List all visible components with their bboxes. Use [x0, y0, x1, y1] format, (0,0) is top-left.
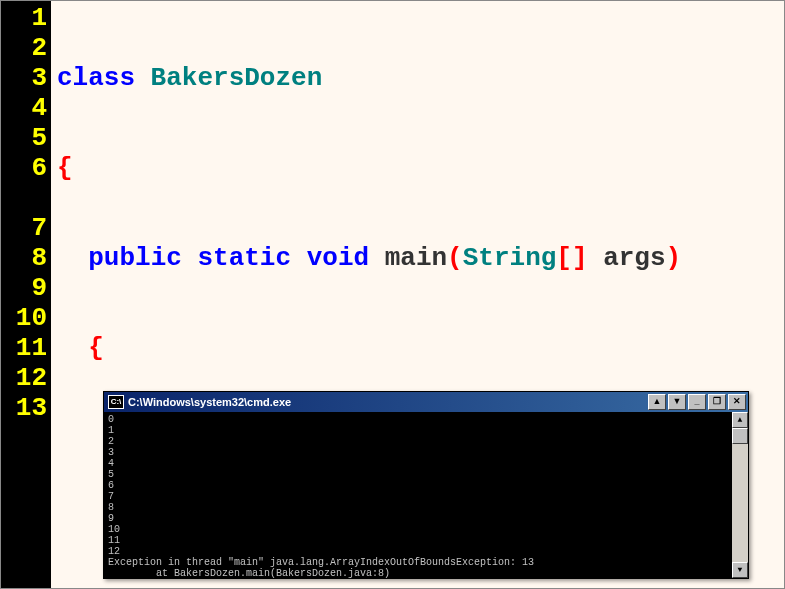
scroll-track[interactable]	[732, 444, 748, 562]
scroll-down-button[interactable]: ▼	[668, 394, 686, 410]
window-title: C:\Windows\system32\cmd.exe	[128, 396, 648, 408]
scroll-up-arrow[interactable]: ▲	[732, 412, 748, 428]
code-editor: 1 2 3 4 5 6 7 8 9 10 11 12 13 class Bake…	[0, 0, 785, 589]
code-line: {	[57, 153, 784, 183]
line-number: 11	[5, 333, 47, 363]
code-line: {	[57, 333, 784, 363]
cmd-icon: C:\	[108, 395, 124, 409]
line-number: 7	[5, 213, 47, 243]
vertical-scrollbar[interactable]: ▲ ▼	[732, 412, 748, 578]
minimize-button[interactable]: _	[688, 394, 706, 410]
line-number: 4	[5, 93, 47, 123]
line-number: 9	[5, 273, 47, 303]
scroll-up-button[interactable]: ▲	[648, 394, 666, 410]
window-buttons: ▲ ▼ _ ❐ ✕	[648, 394, 748, 410]
line-number: 13	[5, 393, 47, 423]
close-button[interactable]: ✕	[728, 394, 746, 410]
line-number: 8	[5, 243, 47, 273]
maximize-button[interactable]: ❐	[708, 394, 726, 410]
line-number: 2	[5, 33, 47, 63]
console-body: 0 1 2 3 4 5 6 7 8 9 10 11 12 Exception i…	[104, 412, 748, 578]
code-line: class BakersDozen	[57, 63, 784, 93]
line-number-gutter: 1 2 3 4 5 6 7 8 9 10 11 12 13	[1, 1, 51, 588]
line-number: 10	[5, 303, 47, 333]
line-number: 1	[5, 3, 47, 33]
code-line: public static void main(String[] args)	[57, 243, 784, 273]
line-number: 3	[5, 63, 47, 93]
scroll-down-arrow[interactable]: ▼	[732, 562, 748, 578]
line-number: 5	[5, 123, 47, 153]
line-number: 12	[5, 363, 47, 393]
console-window[interactable]: C:\ C:\Windows\system32\cmd.exe ▲ ▼ _ ❐ …	[103, 391, 749, 579]
scroll-thumb[interactable]	[732, 428, 748, 444]
line-number: 6	[5, 153, 47, 183]
line-number	[5, 183, 47, 213]
window-titlebar[interactable]: C:\ C:\Windows\system32\cmd.exe ▲ ▼ _ ❐ …	[104, 392, 748, 412]
console-output[interactable]: 0 1 2 3 4 5 6 7 8 9 10 11 12 Exception i…	[104, 412, 732, 578]
